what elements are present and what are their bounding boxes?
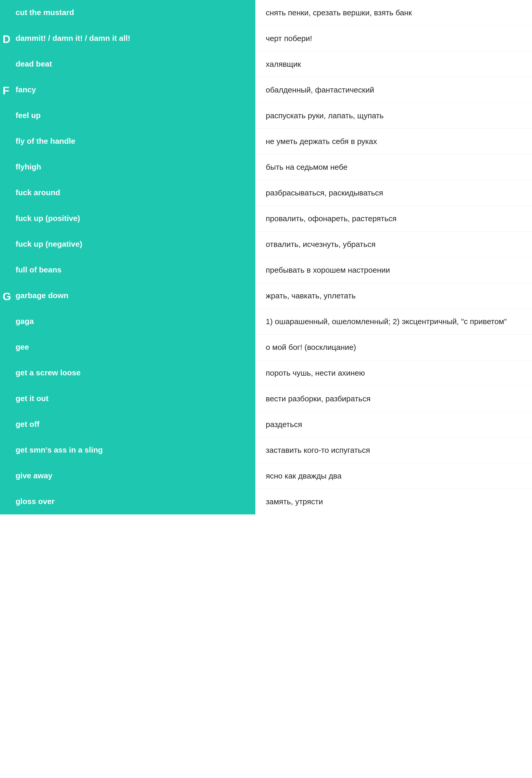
entry-translation: пребывать в хорошем настроении xyxy=(266,266,390,274)
entry-left-feel-up: feel up xyxy=(0,103,255,129)
entry-right-full-of-beans: пребывать в хорошем настроении xyxy=(255,257,532,283)
entry-term: cut the mustard xyxy=(16,8,74,17)
entry-right-get-it-out: вести разборки, разбираться xyxy=(255,386,532,411)
dictionary-entry: get offраздеться xyxy=(0,412,532,437)
dictionary-entry: flyhighбыть на седьмом небе xyxy=(0,154,532,180)
entry-translation: о мой бог! (восклицание) xyxy=(266,343,356,352)
entry-term: full of beans xyxy=(16,265,62,274)
entry-right-gee: о мой бог! (восклицание) xyxy=(255,334,532,360)
letter-marker-D: D xyxy=(3,33,10,46)
dictionary-entry: dead beatхалявщик xyxy=(0,52,532,77)
entry-right-fancy: обалденный, фантастический xyxy=(255,77,532,103)
dictionary-entry: fuck up (positive)провалить, офонареть, … xyxy=(0,206,532,231)
dictionary-entry: Ddammit! / damn it! / damn it all!черт п… xyxy=(0,26,532,51)
entry-translation: черт побери! xyxy=(266,34,312,43)
entry-translation: не уметь держать себя в руках xyxy=(266,137,377,146)
entry-right-get-smns-ass: заставить кого-то испугаться xyxy=(255,438,532,463)
entry-left-fuck-up-positive: fuck up (positive) xyxy=(0,206,255,231)
entry-term: garbage down xyxy=(16,291,68,300)
entry-translation: вести разборки, разбираться xyxy=(266,394,370,403)
entry-right-gaga: 1) ошарашенный, ошеломленный; 2) эксцент… xyxy=(255,309,532,334)
entry-term: gloss over xyxy=(16,497,55,505)
dictionary-entry: full of beansпребывать в хорошем настрое… xyxy=(0,257,532,283)
entry-translation: 1) ошарашенный, ошеломленный; 2) эксцент… xyxy=(266,317,507,326)
entry-right-garbage-down: жрать, чавкать, уплетать xyxy=(255,283,532,309)
entry-right-fly-of-the-handle: не уметь держать себя в руках xyxy=(255,129,532,154)
entry-term: fuck around xyxy=(16,188,60,197)
entry-term: fancy xyxy=(16,85,36,94)
entry-right-dead-beat: халявщик xyxy=(255,52,532,77)
entry-right-gloss-over: замять, утрясти xyxy=(255,489,532,515)
letter-marker-G: G xyxy=(3,290,11,303)
entry-left-dead-beat: dead beat xyxy=(0,52,255,77)
entry-left-fuck-around: fuck around xyxy=(0,180,255,206)
entry-term: flyhigh xyxy=(16,162,41,171)
entry-term: fuck up (positive) xyxy=(16,214,80,223)
entry-translation: ясно как дважды два xyxy=(266,472,342,480)
entry-right-fuck-up-positive: провалить, офонареть, растеряться xyxy=(255,206,532,231)
entry-left-fancy: Ffancy xyxy=(0,77,255,103)
dictionary-entry: Ggarbage downжрать, чавкать, уплетать xyxy=(0,283,532,309)
dictionary-entry: give awayясно как дважды два xyxy=(0,463,532,489)
entry-left-gee: gee xyxy=(0,334,255,360)
entry-right-get-a-screw-loose: пороть чушь, нести ахинею xyxy=(255,360,532,386)
dictionary-entry: gaga1) ошарашенный, ошеломленный; 2) экс… xyxy=(0,309,532,334)
entry-left-get-off: get off xyxy=(0,412,255,437)
entry-term: get off xyxy=(16,420,39,429)
dictionary-entry: fuck aroundразбрасываться, раскидываться xyxy=(0,180,532,206)
entry-translation: замять, утрясти xyxy=(266,497,323,506)
entry-translation: заставить кого-то испугаться xyxy=(266,446,370,454)
dictionary-entry: fly of the handleне уметь держать себя в… xyxy=(0,129,532,154)
entry-translation: отвалить, исчезнуть, убраться xyxy=(266,240,376,248)
entry-translation: снять пенки, срезать вершки, взять банк xyxy=(266,8,412,17)
dictionary-container: cut the mustardснять пенки, срезать верш… xyxy=(0,0,532,778)
entry-term: gee xyxy=(16,342,29,351)
entry-right-get-off: раздеться xyxy=(255,412,532,437)
entry-translation: раздеться xyxy=(266,420,302,429)
entry-left-dammit: Ddammit! / damn it! / damn it all! xyxy=(0,26,255,51)
entry-right-flyhigh: быть на седьмом небе xyxy=(255,154,532,180)
entry-left-gaga: gaga xyxy=(0,309,255,334)
entry-left-gloss-over: gloss over xyxy=(0,489,255,515)
entry-right-cut-the-mustard: снять пенки, срезать вершки, взять банк xyxy=(255,0,532,25)
entry-term: give away xyxy=(16,471,53,480)
entry-left-get-it-out: get it out xyxy=(0,386,255,411)
entry-term: feel up xyxy=(16,111,41,120)
dictionary-entry: fuck up (negative)отвалить, исчезнуть, у… xyxy=(0,232,532,257)
dictionary-entry: get it outвести разборки, разбираться xyxy=(0,386,532,411)
entry-left-fuck-up-negative: fuck up (negative) xyxy=(0,232,255,257)
dictionary-entry: cut the mustardснять пенки, срезать верш… xyxy=(0,0,532,25)
dictionary-entry: feel upраспускать руки, лапать, щупать xyxy=(0,103,532,129)
entry-right-feel-up: распускать руки, лапать, щупать xyxy=(255,103,532,129)
entry-translation: обалденный, фантастический xyxy=(266,85,374,94)
entry-left-get-a-screw-loose: get a screw loose xyxy=(0,360,255,386)
entry-translation: быть на седьмом небе xyxy=(266,163,348,171)
entry-left-cut-the-mustard: cut the mustard xyxy=(0,0,255,25)
entry-translation: пороть чушь, нести ахинею xyxy=(266,369,365,377)
entry-left-give-away: give away xyxy=(0,463,255,489)
entry-left-flyhigh: flyhigh xyxy=(0,154,255,180)
entry-left-full-of-beans: full of beans xyxy=(0,257,255,283)
entry-term: fuck up (negative) xyxy=(16,240,82,248)
entry-translation: жрать, чавкать, уплетать xyxy=(266,291,356,300)
dictionary-entry: geeо мой бог! (восклицание) xyxy=(0,334,532,360)
entry-right-fuck-up-negative: отвалить, исчезнуть, убраться xyxy=(255,232,532,257)
entry-term: get smn's ass in a sling xyxy=(16,446,103,454)
entry-term: dammit! / damn it! / damn it all! xyxy=(16,34,130,43)
entry-right-dammit: черт побери! xyxy=(255,26,532,51)
dictionary-entry: gloss overзамять, утрясти xyxy=(0,489,532,515)
entry-term: get it out xyxy=(16,394,49,403)
entry-translation: халявщик xyxy=(266,60,301,68)
entry-left-get-smns-ass: get smn's ass in a sling xyxy=(0,438,255,463)
entry-left-fly-of-the-handle: fly of the handle xyxy=(0,129,255,154)
entry-term: fly of the handle xyxy=(16,137,75,145)
entry-left-garbage-down: Ggarbage down xyxy=(0,283,255,309)
entry-term: get a screw loose xyxy=(16,368,81,377)
entry-translation: разбрасываться, раскидываться xyxy=(266,188,383,197)
entry-term: gaga xyxy=(16,317,34,325)
letter-marker-F: F xyxy=(3,84,9,97)
entry-term: dead beat xyxy=(16,60,52,68)
dictionary-entry: get smn's ass in a slingзаставить кого-т… xyxy=(0,438,532,463)
dictionary-entry: Ffancyобалденный, фантастический xyxy=(0,77,532,103)
dictionary-entry: get a screw looseпороть чушь, нести ахин… xyxy=(0,360,532,386)
